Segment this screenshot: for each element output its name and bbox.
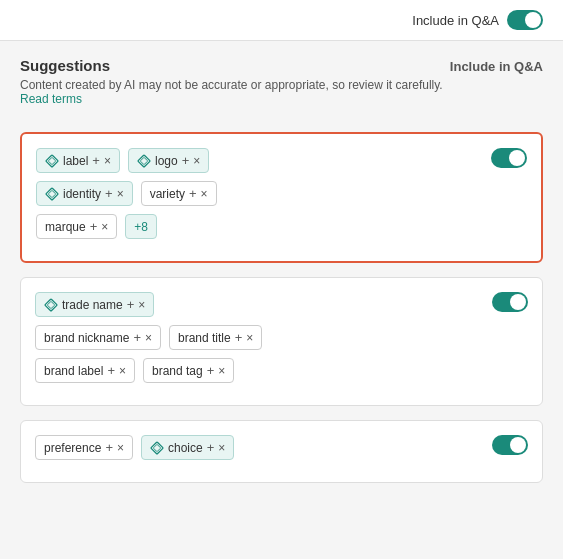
main-content: Suggestions Content created by AI may no…	[0, 41, 563, 513]
card-2-toggle[interactable]	[492, 292, 528, 315]
tag-brand-label-plus[interactable]: +	[107, 363, 115, 378]
svg-rect-4	[46, 187, 58, 199]
diamond-icon	[137, 154, 151, 168]
card-1-more-badge[interactable]: +8	[125, 214, 157, 239]
card-1-toggle-switch[interactable]	[491, 148, 527, 168]
svg-rect-1	[48, 157, 55, 164]
tag-brand-nickname: brand nickname+×	[35, 325, 161, 350]
suggestions-desc-text: Content created by AI may not be accurat…	[20, 78, 443, 92]
svg-rect-0	[46, 154, 58, 166]
tag-trade-name: trade name+×	[35, 292, 154, 317]
tag-choice-label: choice	[168, 441, 203, 455]
qna-column-label: Include in Q&A	[450, 57, 543, 74]
tag-brand-tag-plus[interactable]: +	[207, 363, 215, 378]
card-3-row-1: preference+× choice+×	[35, 435, 528, 460]
svg-rect-6	[45, 298, 57, 310]
card-1-row-3: marque+×+8	[36, 214, 527, 239]
card-2-row-2: brand nickname+×brand title+×	[35, 325, 528, 350]
card-1-toggle[interactable]	[491, 148, 527, 171]
topbar-toggle[interactable]	[507, 10, 543, 30]
tag-choice-plus[interactable]: +	[207, 440, 215, 455]
suggestions-title: Suggestions	[20, 57, 450, 74]
tag-variety-label: variety	[150, 187, 185, 201]
tag-variety: variety+×	[141, 181, 217, 206]
tag-marque-plus[interactable]: +	[90, 219, 98, 234]
svg-rect-9	[153, 444, 160, 451]
tag-logo-plus[interactable]: +	[182, 153, 190, 168]
tag-preference-plus[interactable]: +	[105, 440, 113, 455]
tag-brand-title: brand title+×	[169, 325, 262, 350]
card-2-toggle-switch[interactable]	[492, 292, 528, 312]
tag-preference-remove[interactable]: ×	[117, 441, 124, 455]
card-3: preference+× choice+×	[20, 420, 543, 483]
suggestions-desc: Content created by AI may not be accurat…	[20, 78, 450, 106]
top-bar: Include in Q&A	[0, 0, 563, 41]
tag-brand-tag-remove[interactable]: ×	[218, 364, 225, 378]
tag-trade-name-plus[interactable]: +	[127, 297, 135, 312]
tag-marque-label: marque	[45, 220, 86, 234]
tag-choice-remove[interactable]: ×	[218, 441, 225, 455]
tag-label-label: label	[63, 154, 88, 168]
svg-rect-3	[140, 157, 147, 164]
tag-preference-label: preference	[44, 441, 101, 455]
tag-marque-remove[interactable]: ×	[101, 220, 108, 234]
topbar-toggle-label: Include in Q&A	[412, 13, 499, 28]
card-1-row-1: label+× logo+×	[36, 148, 527, 173]
tag-brand-label-remove[interactable]: ×	[119, 364, 126, 378]
tag-identity-label: identity	[63, 187, 101, 201]
tag-logo-remove[interactable]: ×	[193, 154, 200, 168]
card-3-toggle[interactable]	[492, 435, 528, 458]
tag-brand-nickname-label: brand nickname	[44, 331, 129, 345]
tag-preference: preference+×	[35, 435, 133, 460]
diamond-icon	[150, 441, 164, 455]
tag-brand-label: brand label+×	[35, 358, 135, 383]
tag-identity-remove[interactable]: ×	[117, 187, 124, 201]
tag-brand-nickname-plus[interactable]: +	[133, 330, 141, 345]
tag-identity-plus[interactable]: +	[105, 186, 113, 201]
card-2-row-3: brand label+×brand tag+×	[35, 358, 528, 383]
tag-logo: logo+×	[128, 148, 209, 173]
tag-identity: identity+×	[36, 181, 133, 206]
tag-label: label+×	[36, 148, 120, 173]
tag-choice: choice+×	[141, 435, 234, 460]
tag-brand-nickname-remove[interactable]: ×	[145, 331, 152, 345]
suggestions-header: Suggestions Content created by AI may no…	[20, 57, 450, 106]
cards-container: label+× logo+× identity+×variety+×marque…	[20, 132, 543, 483]
tag-brand-title-remove[interactable]: ×	[246, 331, 253, 345]
tag-variety-plus[interactable]: +	[189, 186, 197, 201]
tag-label-plus[interactable]: +	[92, 153, 100, 168]
tag-logo-label: logo	[155, 154, 178, 168]
diamond-icon	[45, 154, 59, 168]
card-1: label+× logo+× identity+×variety+×marque…	[20, 132, 543, 263]
card-2: trade name+×brand nickname+×brand title+…	[20, 277, 543, 406]
tag-label-remove[interactable]: ×	[104, 154, 111, 168]
tag-brand-tag-label: brand tag	[152, 364, 203, 378]
svg-rect-5	[48, 190, 55, 197]
tag-trade-name-remove[interactable]: ×	[138, 298, 145, 312]
tag-brand-tag: brand tag+×	[143, 358, 234, 383]
diamond-icon	[45, 187, 59, 201]
tag-marque: marque+×	[36, 214, 117, 239]
tag-trade-name-label: trade name	[62, 298, 123, 312]
svg-rect-7	[47, 301, 54, 308]
tag-variety-remove[interactable]: ×	[201, 187, 208, 201]
card-2-row-1: trade name+×	[35, 292, 528, 317]
tag-brand-title-label: brand title	[178, 331, 231, 345]
tag-brand-title-plus[interactable]: +	[235, 330, 243, 345]
tag-brand-label-label: brand label	[44, 364, 103, 378]
read-terms-link[interactable]: Read terms	[20, 92, 82, 106]
card-1-row-2: identity+×variety+×	[36, 181, 527, 206]
card-3-toggle-switch[interactable]	[492, 435, 528, 455]
diamond-icon	[44, 298, 58, 312]
svg-rect-2	[138, 154, 150, 166]
svg-rect-8	[151, 441, 163, 453]
